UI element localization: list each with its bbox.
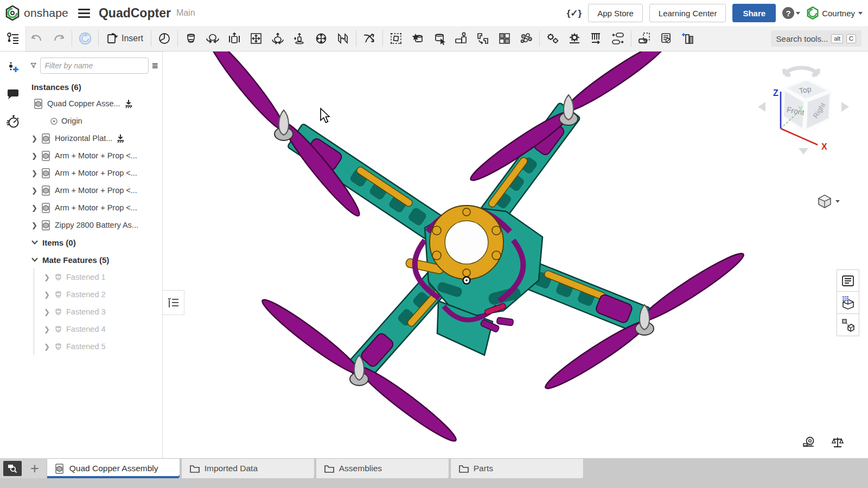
tree-row-origin[interactable]: Origin	[26, 112, 162, 130]
chevron-right-icon[interactable]: ❯	[44, 308, 50, 316]
tree-row-horizontal-plate[interactable]: ❯ Horizontal Plat...	[26, 130, 162, 147]
insert-button[interactable]: Insert	[101, 26, 149, 51]
mate-features-section-header[interactable]: Mate Features (5)	[26, 251, 162, 268]
chevron-right-icon[interactable]: ❯	[31, 134, 38, 143]
tab-imported-data[interactable]: Imported Data	[181, 458, 315, 478]
motor-prop-bottom-left[interactable]	[258, 290, 461, 450]
app-store-button[interactable]: App Store	[588, 4, 643, 22]
help-menu[interactable]: ?	[782, 7, 800, 19]
named-positions-button[interactable]	[429, 26, 450, 51]
rotate-down-arrow[interactable]	[799, 148, 808, 155]
hide-mates-button[interactable]	[655, 26, 677, 51]
measure-tape-icon[interactable]	[802, 436, 816, 448]
filter-icon[interactable]	[30, 60, 37, 71]
tree-row-arm-2[interactable]: ❯ Arm + Motor + Prop <...	[26, 164, 162, 182]
mass-properties-icon[interactable]	[831, 436, 844, 448]
tab-assemblies[interactable]: Assemblies	[316, 458, 449, 478]
mate-button[interactable]	[154, 26, 175, 51]
tree-panel-collapse-toggle[interactable]	[163, 290, 184, 315]
rotate-left-arrow[interactable]	[758, 102, 765, 112]
section-view-button[interactable]	[634, 26, 655, 51]
group-button[interactable]	[385, 26, 407, 51]
sync-icon	[78, 31, 92, 46]
mate-row-fastened-3[interactable]: ❯ Fastened 3	[34, 303, 162, 320]
history-button[interactable]	[6, 114, 20, 131]
assembly-icon	[41, 220, 52, 230]
redo-button[interactable]	[48, 26, 69, 51]
feature-pattern-button[interactable]	[564, 26, 585, 51]
replicate-button[interactable]	[472, 26, 494, 51]
pin-slot-mate-button[interactable]	[289, 26, 310, 51]
tree-row-arm-3[interactable]: ❯ Arm + Motor + Prop <...	[26, 182, 162, 199]
snap-mode-button[interactable]	[450, 26, 472, 51]
search-tools-box[interactable]: Search tools... alt C	[771, 30, 861, 47]
share-button[interactable]: Share	[732, 4, 776, 22]
chevron-right-icon[interactable]: ❯	[31, 187, 38, 195]
filter-input[interactable]	[40, 57, 149, 74]
chevron-right-icon[interactable]: ❯	[44, 343, 50, 351]
chevron-right-icon[interactable]: ❯	[31, 169, 38, 177]
fastened-mate-icon	[184, 32, 197, 45]
mate-row-fastened-1[interactable]: ❯ Fastened 1	[34, 268, 162, 286]
tree-row-arm-4[interactable]: ❯ Arm + Motor + Prop <...	[26, 199, 162, 216]
add-mate-connector-button[interactable]	[7, 61, 20, 78]
rotate-right-arrow[interactable]	[841, 102, 849, 112]
linear-pattern-button[interactable]	[494, 26, 515, 51]
chevron-right-icon[interactable]: ❯	[44, 325, 50, 333]
tree-row-root-assembly[interactable]: Quad Copper Asse...	[26, 95, 162, 112]
chevron-right-icon[interactable]: ❯	[31, 221, 38, 229]
rotate-arrows[interactable]	[784, 68, 819, 75]
view-options-menu[interactable]	[817, 194, 840, 209]
learning-center-button[interactable]: Learning Center	[649, 4, 726, 22]
document-menu-icon[interactable]	[78, 9, 90, 18]
chevron-right-icon[interactable]: ❯	[44, 273, 50, 281]
mate-row-fastened-5[interactable]: ❯ Fastened 5	[34, 338, 162, 355]
circular-pattern-button[interactable]	[515, 26, 537, 51]
mate-row-fastened-2[interactable]: ❯ Fastened 2	[34, 286, 162, 303]
mate-connector-button[interactable]	[407, 26, 429, 51]
view-cube-body[interactable]: Top Front Right	[783, 80, 831, 130]
configurations-button[interactable]	[542, 26, 564, 51]
tree-row-battery[interactable]: ❯ Zippy 2800 Battery As...	[26, 216, 162, 234]
list-options-icon[interactable]	[152, 61, 158, 70]
items-section-header[interactable]: Items (0)	[26, 234, 162, 251]
appearance-panel-button[interactable]	[837, 314, 859, 336]
tangent-mate-button[interactable]	[359, 26, 380, 51]
view-cube[interactable]: Top Front Right Z X Y	[752, 58, 853, 164]
arm-top-left[interactable]	[287, 124, 447, 243]
exploded-view-button[interactable]	[585, 26, 607, 51]
workspace-name[interactable]: Main	[176, 8, 195, 18]
tab-manager-button[interactable]	[3, 461, 22, 476]
featurescript-icon[interactable]: {✓}	[567, 8, 582, 19]
chevron-right-icon[interactable]: ❯	[31, 204, 38, 212]
assembly-tree-toggle-button[interactable]	[0, 26, 26, 51]
motor-prop-top-left[interactable]	[202, 52, 365, 223]
parallel-mate-button[interactable]	[332, 26, 354, 51]
ball-mate-button[interactable]	[310, 26, 332, 51]
bom-table-button[interactable]	[837, 269, 859, 292]
undo-button[interactable]	[26, 26, 48, 51]
motor-prop-top-right[interactable]	[464, 52, 673, 187]
user-menu[interactable]: Courtney	[807, 7, 863, 20]
comments-button[interactable]	[6, 88, 20, 104]
cylindrical-mate-button[interactable]	[267, 26, 289, 51]
slider-mate-button[interactable]	[224, 26, 245, 51]
onshape-logo[interactable]: onshape	[0, 5, 68, 21]
tree-row-arm-1[interactable]: ❯ Arm + Motor + Prop <...	[26, 147, 162, 164]
interference-button[interactable]	[677, 26, 699, 51]
motor-prop-bottom-right[interactable]	[539, 247, 750, 395]
graphics-area[interactable]: Instances (6) Quad Copper Asse... Origin…	[0, 52, 868, 458]
planar-mate-button[interactable]	[245, 26, 267, 51]
swap-instances-button[interactable]	[607, 26, 629, 51]
named-positions-icon	[433, 32, 446, 45]
mate-row-fastened-4[interactable]: ❯ Fastened 4	[34, 320, 162, 338]
configuration-panel-button[interactable]	[837, 292, 859, 314]
tab-parts[interactable]: Parts	[450, 458, 584, 478]
revolute-mate-button[interactable]	[202, 26, 224, 51]
tab-quad-copper-assembly[interactable]: Quad Copper Assembly	[47, 458, 180, 478]
chevron-right-icon[interactable]: ❯	[44, 291, 50, 299]
sync-button[interactable]	[74, 26, 96, 51]
add-tab-button[interactable]: +	[26, 461, 43, 476]
chevron-right-icon[interactable]: ❯	[31, 152, 38, 160]
fastened-mate-button[interactable]	[180, 26, 202, 51]
